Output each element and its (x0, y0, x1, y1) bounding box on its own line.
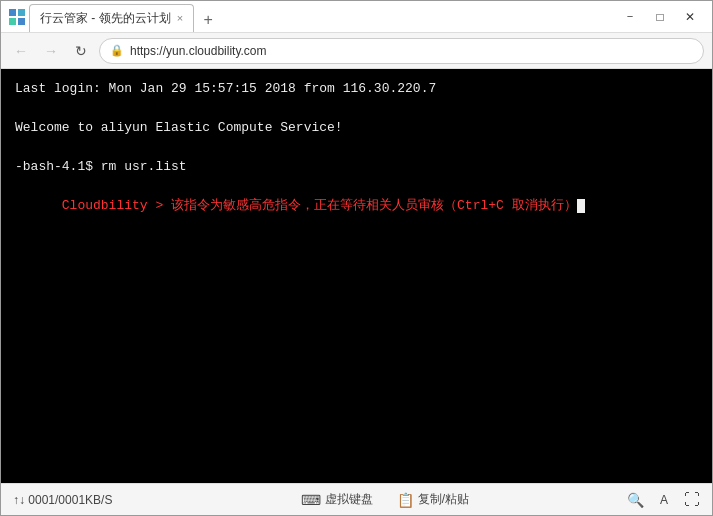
svg-rect-1 (18, 9, 25, 16)
terminal-line-1: Last login: Mon Jan 29 15:57:15 2018 fro… (15, 79, 698, 99)
window-controls: － □ ✕ (616, 7, 704, 27)
terminal-line-6: Cloudbility > 该指令为敏感高危指令，正在等待相关人员审核（Ctrl… (15, 177, 698, 236)
transfer-rate-area: ↑↓ 0001/0001KB/S (13, 493, 143, 507)
titlebar: 行云管家 - 领先的云计划 × + － □ ✕ (1, 1, 712, 33)
zoom-icon[interactable]: 🔍 (627, 492, 644, 508)
svg-rect-3 (18, 18, 25, 25)
terminal-line-3: Welcome to aliyun Elastic Compute Servic… (15, 118, 698, 138)
terminal-line-5: -bash-4.1$ rm usr.list (15, 157, 698, 177)
close-button[interactable]: ✕ (676, 7, 704, 27)
terminal-warning-prefix: Cloudbility > (62, 198, 171, 213)
terminal-area[interactable]: Last login: Mon Jan 29 15:57:15 2018 fro… (1, 69, 712, 483)
svg-rect-0 (9, 9, 16, 16)
clipboard-icon: 📋 (397, 492, 414, 508)
fullscreen-button[interactable]: ⛶ (684, 491, 700, 509)
ssl-lock-icon: 🔒 (110, 44, 124, 57)
terminal-line-4 (15, 138, 698, 158)
terminal-cursor (577, 199, 585, 213)
main-window: 行云管家 - 领先的云计划 × + － □ ✕ ← → ↻ 🔒 https://… (0, 0, 713, 516)
refresh-button[interactable]: ↻ (69, 39, 93, 63)
virtual-keyboard-button[interactable]: ⌨ 虚拟键盘 (301, 491, 373, 508)
active-tab[interactable]: 行云管家 - 领先的云计划 × (29, 4, 194, 32)
keyboard-label: 虚拟键盘 (325, 491, 373, 508)
minimize-button[interactable]: － (616, 7, 644, 27)
svg-rect-2 (9, 18, 16, 25)
tab-label: 行云管家 - 领先的云计划 (40, 10, 171, 27)
clipboard-label: 复制/粘贴 (418, 491, 469, 508)
terminal-line-2 (15, 99, 698, 119)
status-right-area: 🔍 A ⛶ (627, 491, 700, 509)
statusbar: ↑↓ 0001/0001KB/S ⌨ 虚拟键盘 📋 复制/粘贴 🔍 A ⛶ (1, 483, 712, 515)
maximize-button[interactable]: □ (646, 7, 674, 27)
url-bar[interactable]: 🔒 https://yun.cloudbility.com (99, 38, 704, 64)
back-button[interactable]: ← (9, 39, 33, 63)
tab-area: 行云管家 - 领先的云计划 × + (29, 1, 616, 32)
keyboard-icon: ⌨ (301, 492, 321, 508)
url-text: https://yun.cloudbility.com (130, 44, 267, 58)
forward-button[interactable]: → (39, 39, 63, 63)
addressbar: ← → ↻ 🔒 https://yun.cloudbility.com (1, 33, 712, 69)
clipboard-button[interactable]: 📋 复制/粘贴 (397, 491, 469, 508)
app-icon (9, 9, 25, 25)
font-size-indicator[interactable]: A (660, 493, 668, 507)
status-center-area: ⌨ 虚拟键盘 📋 复制/粘贴 (143, 491, 627, 508)
terminal-warning-text: 该指令为敏感高危指令，正在等待相关人员审核（Ctrl+C 取消执行） (171, 198, 577, 213)
new-tab-button[interactable]: + (196, 8, 220, 32)
transfer-rate: ↑↓ 0001/0001KB/S (13, 493, 112, 507)
tab-close-button[interactable]: × (177, 13, 183, 24)
